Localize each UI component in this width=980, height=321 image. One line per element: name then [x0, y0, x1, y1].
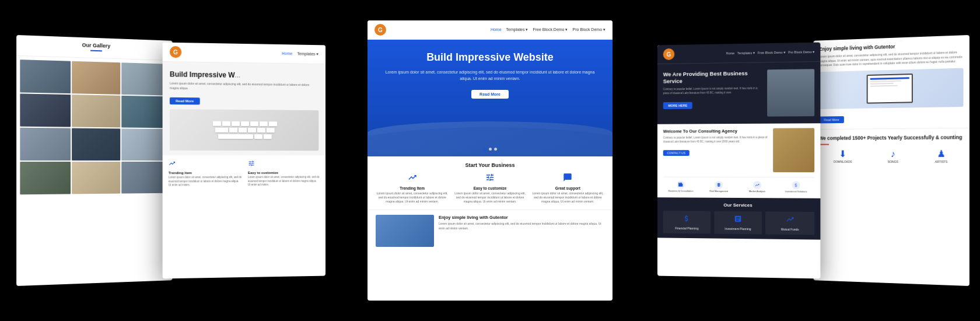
spacebar-key: [218, 134, 253, 139]
center-hero-desc: Lorem ipsum dolor sit amet, consectetur …: [379, 69, 601, 82]
service-label-3: Mutual Funds: [769, 227, 811, 231]
gallery-grid: [16, 56, 173, 198]
screen-line-gray-1: [870, 81, 902, 82]
nav-links: Home Templates ▾: [282, 51, 318, 57]
gallery-img: [20, 128, 70, 160]
person-icon: ♟: [935, 149, 947, 158]
stat-downloads: ⬇ DOWNLOADS: [834, 149, 852, 163]
key: [250, 121, 258, 126]
read-more-btn[interactable]: Read More: [170, 97, 200, 105]
biz-navbar: G Home Templates ▾ Free Block Demo ▾ Pro…: [657, 43, 820, 64]
biz-icons-row: Business & Consultation Risk Management …: [663, 177, 814, 194]
key: [260, 122, 268, 127]
mutual-funds-icon: [786, 215, 794, 223]
biz-icon-circle-3: [753, 181, 761, 189]
biz-hero-desc: Contrary to popular belief, Lorem Ipsum …: [663, 86, 762, 95]
key: [248, 128, 256, 132]
nav-link-pro-block[interactable]: Pro Block Demo ▾: [572, 27, 606, 32]
gallery-img: [72, 95, 121, 127]
nav-link-free-block[interactable]: Free Block Demo ▾: [533, 27, 568, 32]
gallery-img: [72, 128, 121, 160]
keyboard-image: [170, 109, 318, 151]
biz-icon-label-1: Business & Consultation: [663, 190, 699, 193]
customize-icon-center: [485, 173, 495, 182]
biz-icon-1: Business & Consultation: [663, 181, 699, 193]
center-service-desc-2: Lorem ipsum dolor sit amet, consectetur …: [453, 191, 526, 204]
biz-dark-section: G Home Templates ▾ Free Block Demo ▾ Pro…: [657, 43, 820, 124]
biz-icon-label-4: Investment Solutions: [778, 190, 814, 193]
card-gallery: Our Gallery: [16, 35, 173, 286]
center-services-grid: Trending Item Lorem ipsum dolor sit amet…: [376, 173, 604, 204]
nav-link-templates[interactable]: Templates ▾: [297, 51, 318, 57]
service-easy: Easy to customize Lorem ipsum dolor sit …: [248, 160, 320, 187]
nav-link-home[interactable]: Home: [282, 51, 292, 56]
product-image: [376, 215, 434, 247]
key: [241, 121, 249, 126]
dot-active: [484, 148, 487, 151]
stat-label-downloads: DOWNLOADS: [834, 160, 852, 163]
gallery-title: Our Gallery: [21, 40, 168, 51]
enjoy-title: Enjoy simple living with Gutentor: [439, 215, 604, 220]
gallery-img: [72, 162, 121, 194]
service-desc: Lorem ipsum dolor sit amet, consectetur …: [169, 176, 242, 187]
nav-link-templates[interactable]: Templates ▾: [506, 27, 528, 32]
start-title: Start Your Business: [376, 162, 604, 168]
right-read-btn[interactable]: Read More: [819, 116, 844, 123]
card-right: Enjoy simple living with Gutentor Lorem …: [813, 35, 970, 286]
center-service-3: Great support Lorem ipsum dolor sit amet…: [531, 173, 604, 204]
customize-icon: [248, 160, 255, 167]
biz-icon-4: Investment Solutions: [778, 181, 814, 193]
center-service-desc-1: Lorem ipsum dolor sit amet, consectetur …: [376, 191, 449, 204]
key: [229, 128, 237, 132]
consulting-person-img: [773, 128, 814, 172]
key: [254, 134, 262, 139]
biz-icon-label-3: Market Analysis: [739, 190, 775, 193]
center-read-more-btn[interactable]: Read More: [471, 90, 509, 99]
dot: [489, 148, 492, 151]
biz-consulting-row: Welcome To Our Consulting Agency Contrar…: [663, 128, 814, 172]
gallery-img: [20, 162, 70, 194]
biz-nav-link-free[interactable]: Free Block Demo ▾: [758, 51, 785, 55]
key: [267, 128, 275, 133]
biz-consulting-text: Welcome To Our Consulting Agency Contrar…: [663, 128, 768, 172]
biz-service-1: Financial Planning: [663, 211, 710, 233]
biz-service-3: Mutual Funds: [765, 211, 814, 235]
biz-hero-image: [767, 69, 814, 116]
gallery-img: [72, 61, 121, 95]
biz-services-grid: Financial Planning Investment Planning M…: [663, 211, 814, 235]
biz-services-section: Our Services Financial Planning Investme…: [657, 197, 820, 239]
right-enjoy-section: Enjoy simple living with Gutentor Lorem …: [813, 35, 970, 129]
consulting-desc: Contrary to popular belief, Lorem Ipsum …: [663, 136, 768, 144]
biz-consulting-section: Welcome To Our Consulting Agency Contrar…: [657, 123, 820, 198]
center-service-title-3: Great support: [531, 186, 604, 190]
biz-nav-link-templates[interactable]: Templates ▾: [737, 51, 755, 55]
service-label-2: Investment Planning: [718, 226, 759, 231]
center-service-title-2: Easy to customize: [453, 186, 526, 190]
dots-indicator: [368, 144, 612, 154]
key: [264, 135, 272, 139]
contact-btn[interactable]: CONTACT US: [663, 150, 690, 156]
laptop-image-area: [819, 68, 964, 109]
biz-nav-link-home[interactable]: Home: [726, 51, 735, 55]
card-business: G Home Templates ▾ Free Block Demo ▾ Pro…: [657, 43, 820, 279]
download-icon: ⬇: [834, 149, 852, 159]
service-desc: Lorem ipsum dolor sit amet, consectetur …: [248, 176, 320, 187]
biz-more-btn[interactable]: MORE HERE: [663, 102, 692, 109]
dot: [494, 148, 497, 151]
screen-line-gray-2: [870, 83, 894, 85]
investment-planning-icon: [734, 215, 742, 223]
service-title: Trending item: [169, 171, 242, 175]
stats-section: We completed 1500+ Projects Yearly Succe…: [813, 127, 970, 169]
biz-hero-text: We Are Providing Best Business Service C…: [663, 69, 762, 109]
biz-icon-circle-4: [792, 181, 800, 189]
trending-icon-center: [408, 173, 417, 182]
trending-icon: [169, 160, 176, 167]
biz-icon-circle-1: [677, 181, 685, 189]
center-enjoy-section: Enjoy simple living with Gutentor Lorem …: [368, 210, 612, 252]
our-services-title: Our Services: [663, 202, 814, 208]
biz-nav-link-pro[interactable]: Pro Block Demo ▾: [788, 50, 814, 54]
center-service-title-1: Trending Item: [376, 186, 449, 190]
key: [215, 128, 228, 132]
nav-link-home[interactable]: Home: [491, 27, 502, 32]
market-icon: [755, 183, 760, 187]
